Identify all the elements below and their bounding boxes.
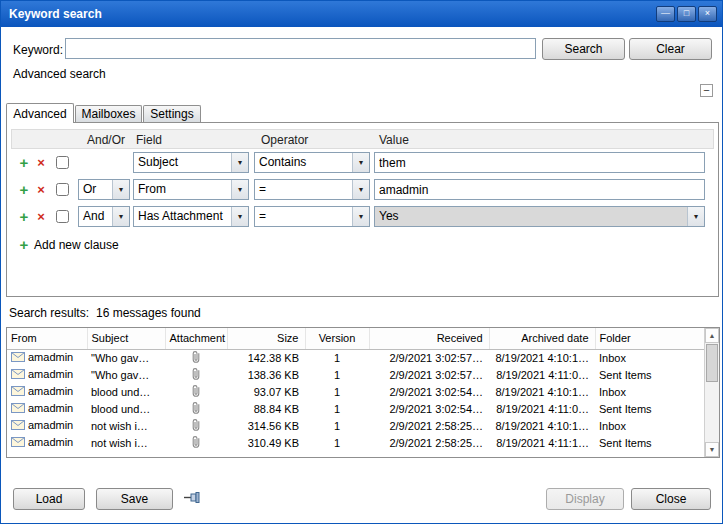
table-row[interactable]: amadmin "Who gav… 138.36 KB 1 2/9/2021 3… (7, 366, 704, 383)
table-row[interactable]: amadmin "Who gav… 142.38 KB 1 2/9/2021 3… (7, 349, 704, 366)
load-button[interactable]: Load (13, 488, 85, 510)
cell-received: 2/9/2021 2:58:25… (369, 417, 489, 434)
column-version[interactable]: Version (305, 328, 369, 349)
value-input[interactable] (374, 152, 705, 173)
add-clause-icon[interactable]: + (17, 180, 31, 200)
search-results-label: Search results: (9, 306, 89, 320)
save-button[interactable]: Save (96, 488, 173, 510)
operator-select[interactable]: Contains ▾ (254, 152, 370, 173)
envelope-icon (11, 437, 25, 449)
paperclip-icon (191, 350, 201, 366)
display-button[interactable]: Display (546, 488, 624, 510)
clause-checkbox[interactable] (56, 156, 69, 169)
field-select[interactable]: Subject ▾ (133, 152, 249, 173)
chevron-down-icon: ▾ (352, 153, 369, 172)
field-select-value: Has Attachment (134, 207, 231, 226)
clause-checkbox[interactable] (56, 183, 69, 196)
column-attachment[interactable]: Attachment (165, 328, 227, 349)
cell-subject: "Who gav… (87, 349, 165, 366)
cell-from: amadmin (28, 436, 73, 448)
value-select[interactable]: Yes ▾ (374, 206, 705, 227)
cell-subject: not wish i… (87, 434, 165, 451)
cell-size: 142.38 KB (227, 349, 305, 366)
cell-folder: Inbox (595, 349, 704, 366)
add-new-clause-row: + Add new clause (7, 234, 718, 256)
cell-from: amadmin (28, 368, 73, 380)
remove-clause-icon[interactable]: × (34, 153, 48, 173)
field-select-value: Subject (134, 153, 231, 172)
envelope-icon (11, 403, 25, 415)
tab-settings[interactable]: Settings (143, 105, 201, 122)
keyword-label: Keyword: (13, 43, 63, 57)
advanced-search-label: Advanced search (13, 67, 106, 81)
add-clause-icon[interactable]: + (17, 207, 31, 227)
cell-archived-date: 8/19/2021 4:11:0… (489, 400, 595, 417)
table-row[interactable]: amadmin not wish i… 314.56 KB 1 2/9/2021… (7, 417, 704, 434)
collapse-toggle[interactable]: − (700, 84, 713, 97)
minimize-button[interactable]: — (656, 6, 675, 22)
paperclip-icon (191, 401, 201, 417)
table-row[interactable]: amadmin blood und… 88.84 KB 1 2/9/2021 3… (7, 400, 704, 417)
column-received[interactable]: Received (369, 328, 489, 349)
paperclip-icon (191, 384, 201, 400)
scroll-down-icon[interactable]: ▼ (705, 442, 719, 457)
chevron-down-icon: ▾ (687, 207, 704, 226)
column-folder[interactable]: Folder (595, 328, 704, 349)
maximize-button[interactable]: □ (677, 6, 696, 22)
column-from[interactable]: From (7, 328, 87, 349)
column-archived-date[interactable]: Archived date (489, 328, 595, 349)
envelope-icon (11, 386, 25, 398)
chevron-down-icon: ▾ (112, 207, 129, 226)
operator-select-value: = (255, 180, 352, 199)
table-row[interactable]: amadmin blood und… 93.07 KB 1 2/9/2021 3… (7, 383, 704, 400)
tab-advanced[interactable]: Advanced (6, 103, 74, 123)
operator-select[interactable]: = ▾ (254, 206, 370, 227)
add-clause-icon[interactable]: + (17, 153, 31, 173)
andor-select[interactable]: Or ▾ (78, 179, 130, 200)
andor-select[interactable]: And ▾ (78, 206, 130, 227)
clause-checkbox[interactable] (56, 210, 69, 223)
cell-version: 1 (305, 383, 369, 400)
column-size[interactable]: Size (227, 328, 305, 349)
close-button[interactable]: Close (631, 488, 711, 510)
cell-folder: Sent Items (595, 400, 704, 417)
table-row[interactable]: amadmin not wish i… 310.49 KB 1 2/9/2021… (7, 434, 704, 451)
chevron-down-icon: ▾ (231, 207, 248, 226)
clause-row: + × Subject ▾ Contains ▾ (7, 152, 718, 174)
cell-received: 2/9/2021 2:58:25… (369, 434, 489, 451)
keyword-search-window: Keyword search — □ × Keyword: Search Cle… (0, 0, 723, 524)
clear-button[interactable]: Clear (629, 38, 712, 60)
cell-from: amadmin (28, 402, 73, 414)
scrollbar-thumb[interactable] (706, 344, 718, 382)
field-select-value: From (134, 180, 231, 199)
add-new-clause-label[interactable]: Add new clause (34, 238, 119, 252)
paperclip-icon (191, 435, 201, 451)
cell-version: 1 (305, 400, 369, 417)
column-subject[interactable]: Subject (87, 328, 165, 349)
advanced-tab-panel: And/Or Field Operator Value + × Subject … (6, 122, 719, 297)
chevron-down-icon: ▾ (352, 207, 369, 226)
vertical-scrollbar[interactable]: ▲ ▼ (704, 328, 719, 457)
close-button-titlebar[interactable]: × (698, 6, 717, 22)
field-select[interactable]: From ▾ (133, 179, 249, 200)
pin-icon[interactable] (183, 491, 203, 507)
chevron-down-icon: ▾ (352, 180, 369, 199)
remove-clause-icon[interactable]: × (34, 180, 48, 200)
chevron-down-icon: ▾ (112, 180, 129, 199)
tab-mailboxes[interactable]: Mailboxes (75, 105, 142, 122)
title-bar: Keyword search — □ × (1, 1, 722, 27)
remove-clause-icon[interactable]: × (34, 207, 48, 227)
value-input[interactable] (374, 179, 705, 200)
paperclip-icon (191, 367, 201, 383)
cell-version: 1 (305, 366, 369, 383)
cell-received: 2/9/2021 3:02:57… (369, 366, 489, 383)
operator-select[interactable]: = ▾ (254, 179, 370, 200)
cell-archived-date: 8/19/2021 4:11:0… (489, 366, 595, 383)
column-header-operator: Operator (261, 133, 308, 147)
search-button[interactable]: Search (542, 38, 625, 60)
field-select[interactable]: Has Attachment ▾ (133, 206, 249, 227)
scroll-up-icon[interactable]: ▲ (705, 328, 719, 343)
envelope-icon (11, 352, 25, 364)
add-clause-icon[interactable]: + (17, 235, 31, 255)
keyword-input[interactable] (65, 38, 536, 59)
